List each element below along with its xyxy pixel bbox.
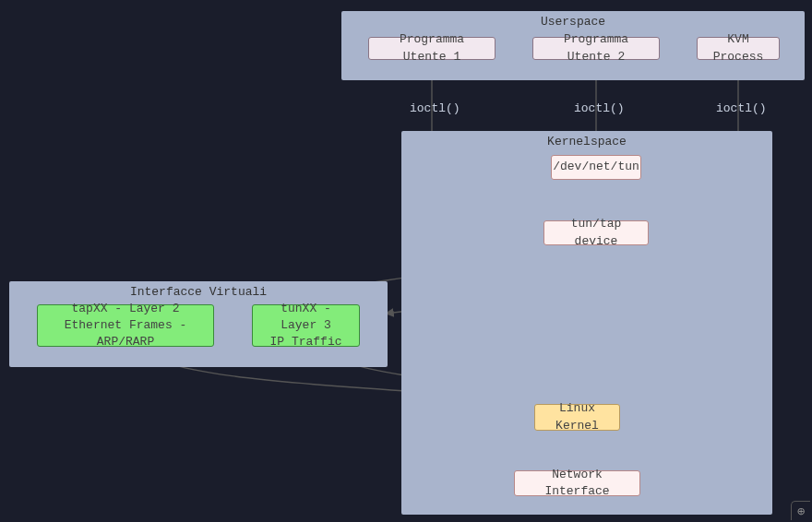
node-label: Network Interface (522, 467, 632, 500)
node-tun-tap-device: tun/tap device (543, 220, 649, 245)
group-kernelspace-title: Kernelspace (401, 135, 772, 148)
node-label: /dev/net/tun (553, 159, 639, 175)
node-programma-utente-1: Programma Utente 1 (368, 37, 496, 60)
node-kvm-process: KVM Process (697, 37, 780, 60)
node-label: KVM Process (705, 31, 771, 65)
edge-label-ioctl-1: ioctl() (410, 101, 460, 115)
zoom-button[interactable]: ⊕ (791, 501, 810, 520)
node-label: Linux Kernel (543, 400, 612, 433)
group-kernelspace: Kernelspace (401, 131, 772, 515)
node-label: Programma Utente 2 (541, 31, 651, 65)
node-label: Programma Utente 1 (376, 31, 487, 65)
group-interfacce-virtuali-title: Interfacce Virtuali (9, 285, 388, 299)
node-linux-kernel: Linux Kernel (534, 404, 620, 431)
node-tapxx: tapXX - Layer 2 Ethernet Frames - ARP/RA… (37, 304, 214, 347)
node-label-line1: tunXX - Layer 3 (260, 301, 352, 334)
node-tunxx: tunXX - Layer 3 IP Traffic (252, 304, 360, 347)
group-userspace-title: Userspace (341, 15, 805, 29)
node-label-line2: Ethernet Frames - ARP/RARP (45, 317, 206, 350)
node-programma-utente-2: Programma Utente 2 (532, 37, 660, 60)
edge-label-ioctl-2: ioctl() (574, 101, 625, 115)
edge-label-ioctl-3: ioctl() (716, 101, 767, 115)
node-dev-net-tun: /dev/net/tun (551, 155, 641, 180)
node-label-line2: IP Traffic (269, 334, 341, 350)
node-label-line1: tapXX - Layer 2 (71, 301, 179, 317)
zoom-icon: ⊕ (797, 504, 805, 519)
node-network-interface: Network Interface (514, 470, 640, 496)
node-label: tun/tap device (552, 216, 640, 249)
